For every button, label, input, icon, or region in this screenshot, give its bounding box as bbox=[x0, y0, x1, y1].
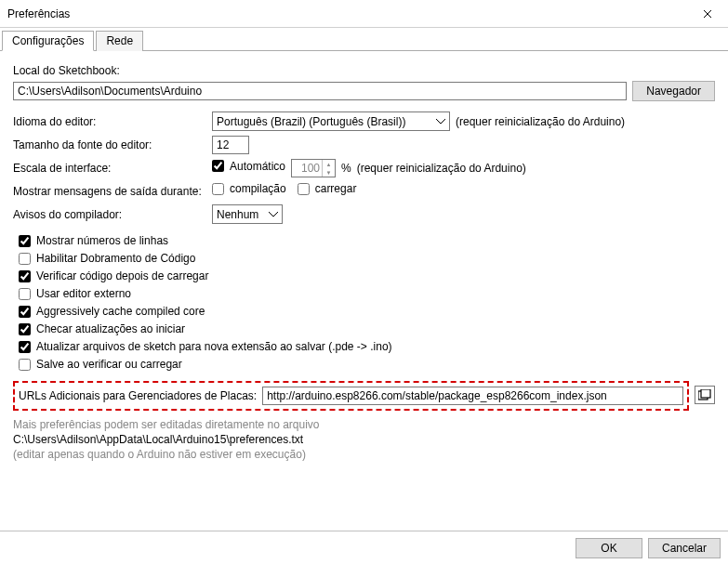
upload-checkbox-wrap[interactable]: carregar bbox=[298, 182, 357, 195]
save-on-verify-checkbox[interactable] bbox=[19, 359, 31, 371]
spinner-up-icon[interactable]: ▲ bbox=[323, 160, 335, 168]
window-icon bbox=[698, 389, 711, 400]
update-sketch-ext-checkbox[interactable] bbox=[19, 341, 31, 353]
external-editor-label: Usar editor externo bbox=[36, 287, 131, 300]
dialog-footer: OK Cancelar bbox=[0, 531, 728, 564]
more-prefs-text: Mais preferências podem ser editadas dir… bbox=[13, 418, 715, 431]
sketchbook-path-input[interactable] bbox=[13, 82, 627, 100]
boards-url-expand-button[interactable] bbox=[695, 386, 715, 404]
external-editor-checkbox-wrap[interactable]: Usar editor externo bbox=[13, 287, 715, 300]
scale-spinner[interactable]: ▲ ▼ bbox=[291, 159, 336, 177]
auto-scale-checkbox-wrap[interactable]: Automático bbox=[212, 160, 285, 173]
compile-label: compilação bbox=[230, 182, 286, 195]
editor-language-label: Idioma do editor: bbox=[13, 115, 206, 128]
code-folding-checkbox-wrap[interactable]: Habilitar Dobramento de Código bbox=[13, 252, 715, 265]
sketchbook-label: Local do Sketchbook: bbox=[13, 64, 715, 77]
interface-scale-label: Escala de interface: bbox=[13, 162, 206, 175]
tab-network[interactable]: Rede bbox=[96, 31, 143, 51]
line-numbers-label: Mostrar números de linhas bbox=[36, 234, 168, 247]
editor-language-select[interactable]: Português (Brazil) (Português (Brasil)) bbox=[212, 111, 450, 131]
boards-url-label: URLs Adicionais para Gerenciadores de Pl… bbox=[19, 389, 257, 402]
font-size-input[interactable] bbox=[212, 136, 249, 154]
cache-core-checkbox[interactable] bbox=[19, 306, 31, 318]
edit-note-text: (editar apenas quando o Arduino não esti… bbox=[13, 448, 715, 461]
verify-after-upload-label: Verificar código depois de carregar bbox=[36, 269, 208, 282]
tab-settings[interactable]: Configurações bbox=[2, 31, 94, 51]
update-sketch-ext-label: Atualizar arquivos de sketch para nova e… bbox=[36, 340, 392, 353]
cancel-button[interactable]: Cancelar bbox=[648, 538, 721, 558]
check-updates-checkbox-wrap[interactable]: Checar atualizações ao iniciar bbox=[13, 322, 715, 335]
save-on-verify-checkbox-wrap[interactable]: Salve ao verificar ou carregar bbox=[13, 358, 715, 371]
check-updates-label: Checar atualizações ao iniciar bbox=[36, 322, 185, 335]
boards-url-highlight: URLs Adicionais para Gerenciadores de Pl… bbox=[13, 381, 689, 411]
font-size-label: Tamanho da fonte do editor: bbox=[13, 138, 206, 151]
browse-button[interactable]: Navegador bbox=[632, 81, 715, 101]
compile-checkbox[interactable] bbox=[212, 183, 224, 195]
auto-scale-checkbox[interactable] bbox=[212, 160, 224, 172]
compile-checkbox-wrap[interactable]: compilação bbox=[212, 182, 286, 195]
code-folding-label: Habilitar Dobramento de Código bbox=[36, 252, 195, 265]
titlebar: Preferências bbox=[0, 0, 728, 28]
save-on-verify-label: Salve ao verificar ou carregar bbox=[36, 358, 182, 371]
percent-label: % bbox=[341, 162, 351, 175]
upload-label: carregar bbox=[315, 182, 357, 195]
ok-button[interactable]: OK bbox=[576, 538, 642, 558]
upload-checkbox[interactable] bbox=[298, 183, 310, 195]
window-title: Preferências bbox=[7, 7, 70, 20]
spinner-buttons[interactable]: ▲ ▼ bbox=[322, 160, 335, 177]
compiler-warnings-select[interactable]: Nenhum bbox=[212, 204, 283, 224]
interface-scale-note: (requer reinicialização do Arduino) bbox=[357, 162, 526, 175]
verify-after-upload-checkbox-wrap[interactable]: Verificar código depois de carregar bbox=[13, 269, 715, 282]
spinner-down-icon[interactable]: ▼ bbox=[323, 168, 335, 177]
cache-core-checkbox-wrap[interactable]: Aggressively cache compiled core bbox=[13, 305, 715, 318]
auto-scale-label: Automático bbox=[230, 160, 285, 173]
update-sketch-ext-checkbox-wrap[interactable]: Atualizar arquivos de sketch para nova e… bbox=[13, 340, 715, 353]
code-folding-checkbox[interactable] bbox=[19, 253, 31, 265]
verify-after-upload-checkbox[interactable] bbox=[19, 270, 31, 282]
content-area: Local do Sketchbook: Navegador Idioma do… bbox=[0, 51, 728, 461]
editor-language-note: (requer reinicialização do Arduino) bbox=[456, 115, 625, 128]
boards-url-input[interactable] bbox=[262, 387, 683, 405]
svg-rect-1 bbox=[701, 389, 710, 398]
prefs-file-path[interactable]: C:\Users\Adilson\AppData\Local\Arduino15… bbox=[13, 433, 715, 446]
line-numbers-checkbox[interactable] bbox=[19, 235, 31, 247]
output-msgs-label: Mostrar mensagens de saída durante: bbox=[13, 185, 206, 198]
close-button[interactable] bbox=[686, 0, 728, 28]
close-icon bbox=[703, 9, 712, 19]
cache-core-label: Aggressively cache compiled core bbox=[36, 305, 205, 318]
compiler-warnings-label: Avisos do compilador: bbox=[13, 208, 206, 221]
tab-bar: Configurações Rede bbox=[0, 30, 728, 51]
check-updates-checkbox[interactable] bbox=[19, 323, 31, 335]
scale-value-input bbox=[292, 162, 322, 175]
external-editor-checkbox[interactable] bbox=[19, 288, 31, 300]
line-numbers-checkbox-wrap[interactable]: Mostrar números de linhas bbox=[13, 234, 715, 247]
